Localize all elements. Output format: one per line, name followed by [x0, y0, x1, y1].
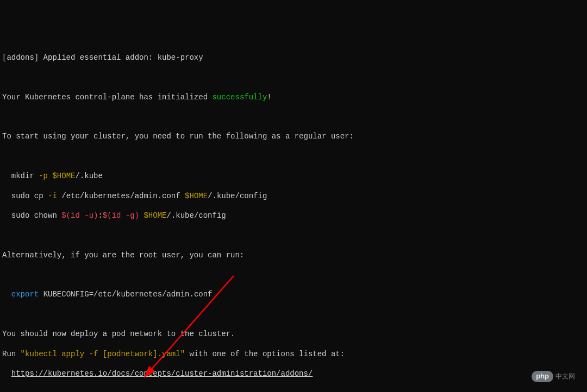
watermark-badge: php: [532, 371, 553, 382]
init-success: Your Kubernetes control-plane has initia…: [2, 92, 585, 102]
blank: [2, 151, 585, 161]
cp-cmd: sudo cp -i /etc/kubernetes/admin.conf $H…: [2, 191, 585, 201]
blank: [2, 112, 585, 122]
run-msg: Run "kubectl apply -f [podnetwork].yaml"…: [2, 349, 585, 359]
blank: [2, 230, 585, 240]
chown-cmd: sudo chown $(id -u):$(id -g) $HOME/.kube…: [2, 211, 585, 220]
blank: [2, 72, 585, 82]
docs-link: https://kubernetes.io/docs/concepts/clus…: [2, 369, 585, 378]
watermark: php 中文网: [532, 371, 575, 382]
deploy-msg: You should now deploy a pod network to t…: [2, 329, 585, 339]
alternatively: Alternatively, if you are the root user,…: [2, 250, 585, 260]
blank: [2, 309, 585, 319]
terminal-output[interactable]: [addons] Applied essential addon: kube-p…: [2, 43, 585, 392]
export-cmd: export KUBECONFIG=/etc/kubernetes/admin.…: [2, 289, 585, 299]
addon-line: [addons] Applied essential addon: kube-p…: [2, 53, 585, 62]
start-msg: To start using your cluster, you need to…: [2, 131, 585, 141]
blank: [2, 388, 585, 392]
blank: [2, 270, 585, 280]
mkdir-cmd: mkdir -p $HOME/.kube: [2, 171, 585, 181]
watermark-text: 中文网: [555, 372, 575, 381]
